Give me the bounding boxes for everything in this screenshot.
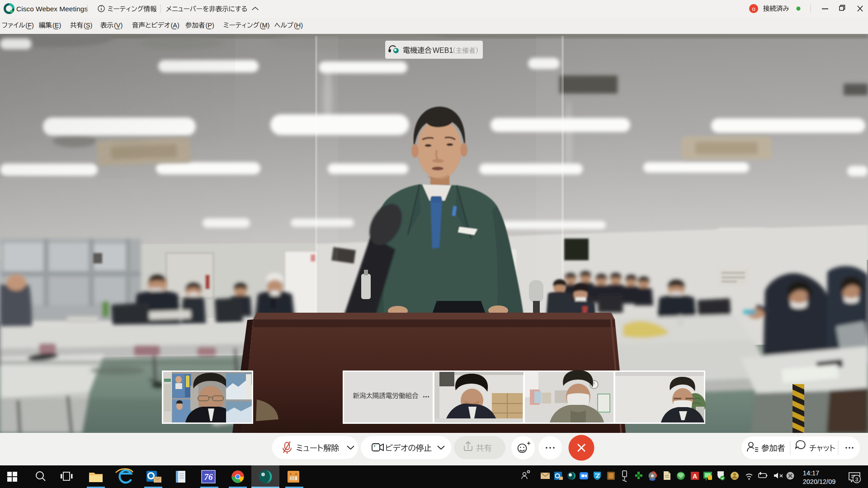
svg-text:(E): (E) — [52, 22, 61, 29]
svg-text:(V): (V) — [114, 22, 123, 29]
svg-text:Cisco Webex Meetings: Cisco Webex Meetings — [16, 5, 88, 13]
svg-text:o: o — [752, 5, 755, 12]
svg-text:(A): (A) — [170, 22, 179, 29]
svg-text:76: 76 — [204, 472, 213, 482]
svg-text:A: A — [693, 473, 697, 480]
svg-text:(M): (M) — [260, 22, 270, 29]
svg-text:WEB1: WEB1 — [433, 47, 453, 54]
svg-text:(H): (H) — [294, 22, 303, 29]
svg-text:(P): (P) — [206, 22, 214, 29]
svg-text:2020/12/09: 2020/12/09 — [803, 478, 836, 485]
svg-text:(S): (S) — [84, 22, 92, 29]
svg-text:3: 3 — [855, 477, 858, 482]
svg-text:14:17: 14:17 — [803, 469, 819, 477]
svg-text:(F): (F) — [25, 22, 34, 29]
